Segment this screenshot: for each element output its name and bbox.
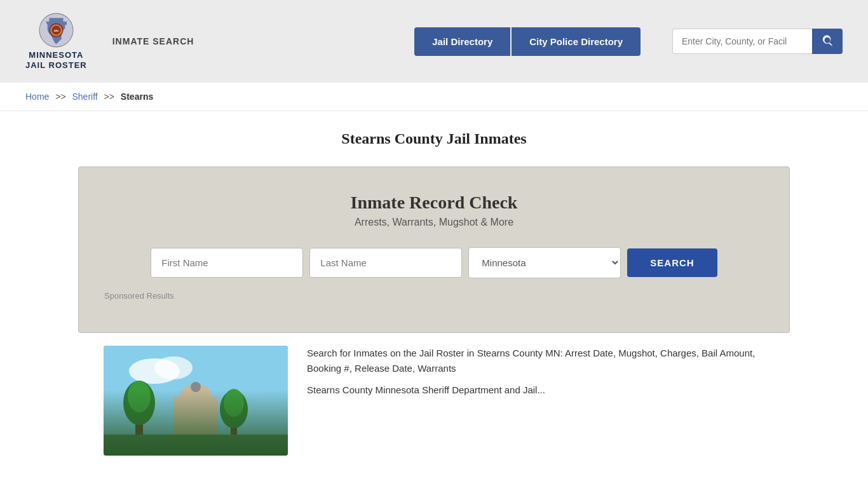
content-photo [104,346,288,454]
last-name-input[interactable] [309,248,462,278]
city-police-directory-button[interactable]: City Police Directory [512,27,641,56]
sponsored-label: Sponsored Results [104,291,764,301]
record-check-form: AlabamaAlaskaArizonaArkansasCaliforniaCo… [104,247,764,278]
header-search-button[interactable] [812,29,843,54]
state-select[interactable]: AlabamaAlaskaArizonaArkansasCaliforniaCo… [468,247,621,278]
svg-point-7 [154,356,193,379]
svg-rect-8 [173,396,218,435]
record-check-subtitle: Arrests, Warrants, Mugshot & More [104,217,764,228]
record-check-title: Inmate Record Check [104,193,764,213]
svg-rect-11 [135,409,143,441]
mn-map-icon: MN [39,13,74,48]
record-search-button[interactable]: SEARCH [627,248,717,277]
site-header: MN MINNESOTA JAIL ROSTER INMATE SEARCH J… [0,0,868,83]
breadcrumb-sheriff[interactable]: Sheriff [72,92,98,102]
first-name-input[interactable] [151,248,303,278]
breadcrumb-sep2: >> [104,92,114,102]
breadcrumb-home[interactable]: Home [25,92,49,102]
breadcrumb: Home >> Sheriff >> Stearns [0,83,868,111]
svg-rect-14 [231,416,237,441]
svg-rect-17 [104,435,288,454]
page-title-section: Stearns County Jail Inmates [0,111,868,160]
search-icon [821,35,834,48]
site-logo[interactable]: MN MINNESOTA JAIL ROSTER [25,13,87,70]
breadcrumb-current: Stearns [121,92,153,102]
header-search-bar [672,29,843,54]
logo-text: MINNESOTA JAIL ROSTER [25,50,87,70]
jail-directory-button[interactable]: Jail Directory [414,27,510,56]
content-image [104,346,288,456]
svg-point-13 [128,381,151,412]
svg-point-15 [220,390,248,428]
content-section: Search for Inmates on the Jail Roster in… [78,346,790,481]
svg-point-16 [224,389,244,417]
content-description-1: Search for Inmates on the Jail Roster in… [307,346,764,376]
inmate-search-link[interactable]: INMATE SEARCH [112,36,194,46]
content-text: Search for Inmates on the Jail Roster in… [307,346,764,404]
page-title: Stearns County Jail Inmates [25,130,843,147]
breadcrumb-sep1: >> [55,92,65,102]
svg-point-10 [191,382,201,392]
record-check-box: Inmate Record Check Arrests, Warrants, M… [78,166,790,333]
header-search-input[interactable] [672,29,812,54]
header-nav: Jail Directory City Police Directory [414,27,641,56]
content-description-2: Stearns County Minnesota Sheriff Departm… [307,383,764,398]
svg-rect-5 [104,346,288,454]
svg-text:MN: MN [54,29,58,32]
